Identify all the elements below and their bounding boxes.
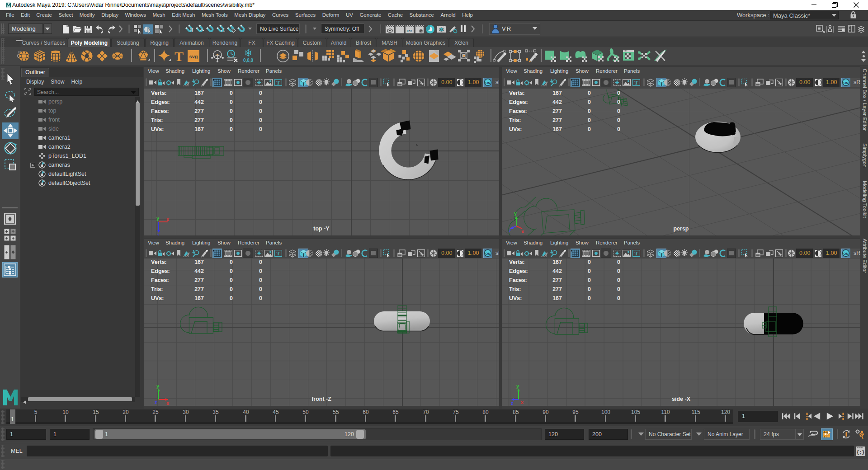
svg-text:ON: ON	[843, 252, 848, 256]
svg-text:T: T	[276, 80, 280, 86]
svg-text:svg: svg	[189, 54, 198, 59]
svg-text:T: T	[175, 49, 184, 64]
svg-text:x: x	[166, 216, 170, 222]
svg-text:{;}: {;}	[856, 450, 864, 455]
svg-text:y: y	[156, 216, 160, 221]
svg-text:T: T	[634, 80, 638, 86]
svg-text:IPR: IPR	[407, 29, 412, 33]
svg-text:ON: ON	[485, 252, 490, 256]
svg-text:ON: ON	[485, 81, 490, 85]
svg-text:0,0,0: 0,0,0	[243, 58, 254, 63]
svg-text:y: y	[156, 384, 160, 389]
svg-text:y: y	[514, 212, 517, 216]
svg-text:T: T	[276, 250, 280, 257]
svg-text:T: T	[634, 250, 638, 257]
svg-text:y: y	[516, 384, 519, 389]
svg-text:ON: ON	[843, 81, 848, 85]
